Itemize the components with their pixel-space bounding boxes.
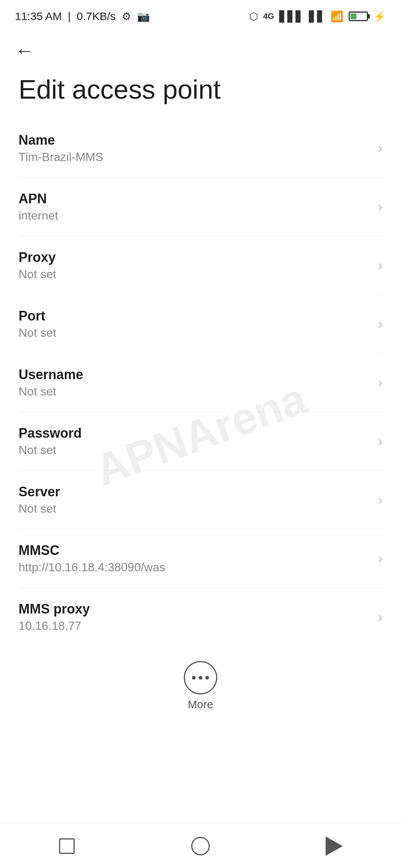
settings-icon: ⚙ <box>122 10 131 23</box>
settings-item-apn[interactable]: APN internet › <box>19 178 382 236</box>
settings-item-content-6: Server Not set <box>19 484 371 516</box>
settings-item-content-5: Password Not set <box>19 425 371 457</box>
status-left: 11:35 AM | 0.7KB/s ⚙ 📷 <box>15 10 150 23</box>
back-button[interactable]: ← <box>15 41 34 60</box>
bottom-nav <box>0 823 401 868</box>
chevron-right-icon-0: › <box>378 141 382 156</box>
more-dot-1 <box>192 676 196 680</box>
settings-item-label-8: MMS proxy <box>19 601 371 617</box>
chevron-right-icon-2: › <box>378 258 382 273</box>
settings-item-label-6: Server <box>19 484 371 500</box>
settings-item-label-3: Port <box>19 308 371 324</box>
settings-item-value-3: Not set <box>19 326 371 340</box>
chevron-right-icon-1: › <box>378 199 382 215</box>
more-dot-3 <box>205 676 209 680</box>
settings-item-mmsc[interactable]: MMSC http://10.16.18.4:38090/was › <box>19 529 382 588</box>
nav-recent-button[interactable] <box>48 831 85 861</box>
status-time: 11:35 AM <box>15 10 62 23</box>
nav-recent-icon <box>59 838 75 854</box>
more-dot-2 <box>199 676 202 680</box>
status-speed: 0.7KB/s <box>77 10 116 23</box>
more-label: More <box>188 698 213 711</box>
chevron-right-icon-3: › <box>378 316 382 332</box>
chevron-right-icon-8: › <box>378 609 382 625</box>
more-dots <box>192 676 209 680</box>
page-title: Edit access point <box>0 64 401 119</box>
settings-item-value-4: Not set <box>19 385 371 398</box>
signal-bars2-icon: ▋▋ <box>309 10 325 23</box>
settings-item-content-3: Port Not set <box>19 308 371 340</box>
settings-item-value-6: Not set <box>19 502 371 516</box>
chevron-right-icon-5: › <box>378 434 382 449</box>
nav-back-button[interactable] <box>316 831 353 861</box>
bluetooth-icon: ⬡ <box>249 10 258 23</box>
status-right: ⬡ 4G ▋▋▋ ▋▋ 📶 ⚡ <box>249 10 386 23</box>
settings-item-label-1: APN <box>19 191 371 207</box>
settings-item-password[interactable]: Password Not set › <box>19 412 382 471</box>
nav-home-button[interactable] <box>182 831 219 861</box>
settings-item-label-5: Password <box>19 425 371 441</box>
chevron-right-icon-6: › <box>378 492 382 508</box>
status-separator: | <box>68 10 71 23</box>
settings-item-proxy[interactable]: Proxy Not set › <box>19 236 382 295</box>
signal-bars-icon: ▋▋▋ <box>279 10 304 23</box>
settings-item-label-4: Username <box>19 367 371 382</box>
settings-item-name[interactable]: Name Tim-Brazil-MMS › <box>19 119 382 178</box>
battery-container <box>349 11 368 21</box>
settings-item-content-2: Proxy Not set <box>19 250 371 281</box>
settings-item-content-1: APN internet <box>19 191 371 223</box>
settings-item-content-4: Username Not set <box>19 367 371 398</box>
nav-home-icon <box>191 837 210 855</box>
settings-item-content-0: Name Tim-Brazil-MMS <box>19 132 371 164</box>
settings-item-value-5: Not set <box>19 443 371 457</box>
chevron-right-icon-4: › <box>378 375 382 391</box>
settings-item-label-7: MMSC <box>19 543 371 558</box>
settings-item-port[interactable]: Port Not set › <box>19 295 382 354</box>
settings-list: Name Tim-Brazil-MMS › APN internet › Pro… <box>0 119 401 646</box>
battery-fill <box>351 13 356 19</box>
chevron-right-icon-7: › <box>378 551 382 566</box>
signal-4g-icon: 4G <box>263 11 274 21</box>
more-button-area: More <box>0 646 401 722</box>
settings-item-value-1: internet <box>19 209 371 223</box>
settings-item-mms-proxy[interactable]: MMS proxy 10.16.18.77 › <box>19 588 382 646</box>
battery-box <box>349 11 368 21</box>
settings-item-server[interactable]: Server Not set › <box>19 471 382 529</box>
back-bar: ← <box>0 30 401 64</box>
settings-item-value-8: 10.16.18.77 <box>19 619 371 633</box>
wifi-icon: 📶 <box>330 10 343 23</box>
settings-item-value-0: Tim-Brazil-MMS <box>19 150 371 164</box>
settings-item-value-2: Not set <box>19 267 371 281</box>
settings-item-value-7: http://10.16.18.4:38090/was <box>19 560 371 574</box>
video-icon: 📷 <box>137 10 150 23</box>
settings-item-content-8: MMS proxy 10.16.18.77 <box>19 601 371 633</box>
settings-item-label-0: Name <box>19 132 371 148</box>
settings-item-content-7: MMSC http://10.16.18.4:38090/was <box>19 543 371 574</box>
more-button[interactable] <box>184 661 217 694</box>
settings-item-username[interactable]: Username Not set › <box>19 354 382 412</box>
charging-icon: ⚡ <box>373 10 386 23</box>
status-bar: 11:35 AM | 0.7KB/s ⚙ 📷 ⬡ 4G ▋▋▋ ▋▋ 📶 ⚡ <box>0 0 401 30</box>
settings-item-label-2: Proxy <box>19 250 371 265</box>
nav-back-icon <box>326 836 343 856</box>
